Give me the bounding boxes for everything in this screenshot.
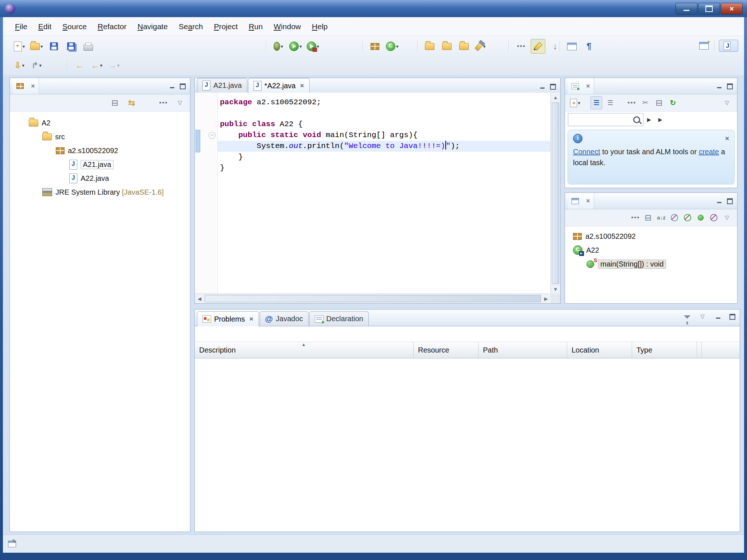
menu-run[interactable]: Run (243, 17, 268, 36)
editor-vertical-scrollbar[interactable]: ▲ ▼ (550, 93, 560, 294)
dismiss-mylyn-icon[interactable]: × (725, 135, 729, 143)
minimize-view-icon[interactable] (715, 313, 722, 320)
hide-fields-button[interactable] (669, 211, 680, 224)
last-edit-location-button[interactable]: ⇩▾ (12, 58, 27, 73)
menu-search[interactable]: Search (173, 17, 209, 36)
dropdown-arrow-icon[interactable]: ▾ (396, 44, 399, 49)
minimize-view-icon[interactable] (716, 83, 723, 89)
outline-item-a2-s100522092[interactable]: a2.s100522092 (565, 229, 737, 243)
column-header-resource[interactable]: Resource (414, 342, 479, 358)
tree-item-a2-s100522092[interactable]: a2.s100522092 (10, 144, 190, 158)
fast-view-icon[interactable] (8, 541, 16, 547)
menu-navigate[interactable]: Navigate (132, 17, 173, 36)
hide-nonpublic-button[interactable] (695, 211, 707, 224)
forward-button[interactable]: →▾ (107, 58, 121, 73)
mylyn-text-part[interactable]: create (699, 148, 719, 156)
outline-item-a22[interactable]: A22 (565, 243, 737, 257)
task-find-input[interactable] (568, 113, 635, 124)
hide-completed-button[interactable]: ✂ (639, 96, 651, 109)
close-tab-icon[interactable]: × (300, 82, 304, 90)
minimize-button[interactable] (676, 3, 697, 15)
mylyn-text-part[interactable]: Connect (573, 148, 600, 156)
minimize-view-icon[interactable] (716, 198, 723, 204)
editor-tab-A21java[interactable]: A21.java (197, 78, 247, 93)
editor-horizontal-scrollbar[interactable]: ◀ ▶ (195, 293, 551, 303)
annotation-navigate-button[interactable] (514, 39, 528, 54)
dropdown-arrow-icon[interactable]: ▾ (22, 63, 24, 68)
outline-item-main-string-void[interactable]: Smain(String[]) : void (565, 257, 737, 271)
mark-occurrences-button[interactable] (531, 39, 545, 54)
close-tab-icon[interactable]: × (249, 315, 253, 323)
problems-tab-javadoc[interactable]: @Javadoc (260, 311, 309, 326)
synchronize-button[interactable]: ↻ (667, 96, 679, 109)
menu-window[interactable]: Window (268, 17, 306, 36)
maximize-view-icon[interactable] (726, 198, 734, 204)
new-java-class-button[interactable]: ▾ (385, 39, 400, 54)
external-tools-button[interactable]: ▾ (306, 39, 321, 54)
dropdown-arrow-icon[interactable]: ▾ (117, 63, 120, 68)
open-resource-button[interactable] (440, 39, 454, 54)
scroll-right-icon[interactable]: ▶ (541, 294, 551, 303)
history-arrow-icon[interactable]: ▶ (647, 117, 651, 122)
filters-button[interactable] (681, 310, 693, 323)
close-button[interactable]: × (721, 3, 743, 15)
scroll-down-icon[interactable]: ▼ (551, 284, 560, 294)
collapse-all-button[interactable]: ⊟ (109, 96, 121, 109)
view-menu-button[interactable]: ▽ (174, 96, 186, 109)
outline-tab[interactable]: × (568, 193, 594, 209)
open-task-button[interactable] (457, 39, 471, 54)
save-all-button[interactable] (64, 39, 78, 54)
dropdown-arrow-icon[interactable]: ▾ (40, 44, 43, 49)
column-header-location[interactable]: Location (567, 342, 632, 358)
tree-item-a21-java[interactable]: A21.java (10, 158, 190, 171)
maximize-view-icon[interactable] (729, 313, 736, 320)
open-type-button[interactable] (422, 39, 437, 54)
close-view-icon[interactable]: × (586, 82, 590, 90)
tree-item-src[interactable]: src (10, 130, 190, 144)
run-button[interactable]: ▾ (288, 39, 303, 54)
debug-button[interactable]: ▾ (271, 39, 286, 54)
column-header-path[interactable]: Path (479, 342, 567, 358)
dropdown-arrow-icon[interactable]: ▾ (317, 44, 320, 49)
collapse-all-button[interactable]: ⊟ (653, 96, 665, 109)
collapse-all-button[interactable]: ⊟ (642, 211, 654, 224)
menu-file[interactable]: File (9, 17, 33, 36)
minimize-view-icon[interactable] (539, 83, 546, 90)
search-button[interactable]: ▾ (474, 39, 488, 54)
minimize-view-icon[interactable] (169, 83, 176, 89)
focus-button[interactable] (629, 211, 641, 224)
view-menu-button[interactable]: ▽ (721, 96, 733, 109)
fold-collapse-icon[interactable]: − (209, 132, 216, 139)
dropdown-arrow-icon[interactable]: ▾ (23, 44, 25, 49)
tree-item-a22-java[interactable]: A22.java (10, 171, 190, 185)
dropdown-arrow-icon[interactable]: ▾ (39, 63, 42, 68)
print-button[interactable] (81, 39, 96, 54)
task-list-tab[interactable]: × (568, 78, 594, 94)
java-perspective-button[interactable] (719, 40, 738, 52)
editor-tab-A22java[interactable]: *A22.java× (248, 78, 310, 93)
save-button[interactable] (47, 39, 61, 54)
menu-project[interactable]: Project (208, 17, 243, 36)
back-quick-button[interactable]: ← (72, 58, 87, 73)
focus-button[interactable] (626, 96, 637, 109)
open-perspective-button[interactable] (698, 39, 710, 52)
dropdown-arrow-icon[interactable]: ▾ (281, 44, 283, 49)
new-java-project-button[interactable]: ▾ (29, 39, 44, 54)
vertical-scroll-thumb[interactable] (552, 102, 559, 284)
next-annotation-button[interactable]: ↓ (548, 39, 562, 54)
focus-button[interactable] (157, 96, 169, 109)
column-header-type[interactable]: Type (632, 342, 697, 358)
editor-content[interactable]: package a2.s100522092;public class A22 {… (218, 93, 551, 294)
maximize-button[interactable] (698, 3, 720, 15)
package-explorer-tab[interactable]: × (13, 78, 39, 94)
scheduled-button[interactable]: ☰ (604, 96, 616, 109)
problems-tab-declaration[interactable]: Declaration (309, 311, 369, 326)
scroll-up-icon[interactable]: ▲ (551, 93, 560, 102)
maximize-view-icon[interactable] (549, 83, 557, 90)
menu-help[interactable]: Help (306, 17, 333, 36)
tree-item-jre-system-library[interactable]: JRE System Library [JavaSE-1.6] (10, 185, 190, 199)
categorized-button[interactable]: ☰ (591, 96, 602, 109)
dropdown-arrow-icon[interactable]: ▾ (299, 44, 302, 49)
go-into-top-level-button[interactable]: ↱▾ (29, 58, 44, 73)
activate-arrow-icon[interactable]: ▶ (658, 117, 662, 122)
